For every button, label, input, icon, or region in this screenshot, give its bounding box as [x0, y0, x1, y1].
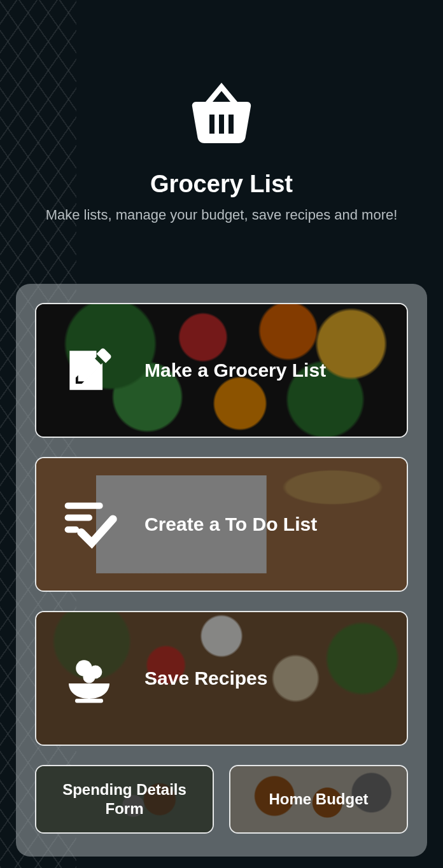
basket-icon: [183, 76, 260, 155]
svg-rect-3: [75, 699, 103, 703]
card-label: Make a Grocery List: [144, 360, 326, 381]
card-label: Save Recipes: [144, 668, 267, 689]
small-cards-row: Spending Details Form Home Budget: [35, 765, 408, 834]
card-label: Spending Details Form: [45, 780, 204, 818]
svg-point-6: [83, 671, 95, 683]
hero: Grocery List Make lists, manage your bud…: [0, 0, 443, 223]
card-make-grocery-list[interactable]: Make a Grocery List: [35, 303, 408, 438]
noodle-bowl-icon: [54, 648, 124, 709]
card-label: Home Budget: [269, 790, 369, 809]
card-create-todo-list[interactable]: Create a To Do List: [35, 457, 408, 592]
page-subtitle: Make lists, manage your budget, save rec…: [0, 207, 443, 223]
card-save-recipes[interactable]: Save Recipes: [35, 611, 408, 746]
card-home-budget[interactable]: Home Budget: [229, 765, 408, 834]
card-label: Create a To Do List: [144, 514, 317, 535]
actions-panel: Make a Grocery List Create a To Do List: [16, 284, 427, 857]
page-title: Grocery List: [0, 171, 443, 198]
pencil-square-icon: [54, 341, 124, 400]
checklist-icon: [54, 493, 124, 556]
card-spending-details-form[interactable]: Spending Details Form: [35, 765, 214, 834]
